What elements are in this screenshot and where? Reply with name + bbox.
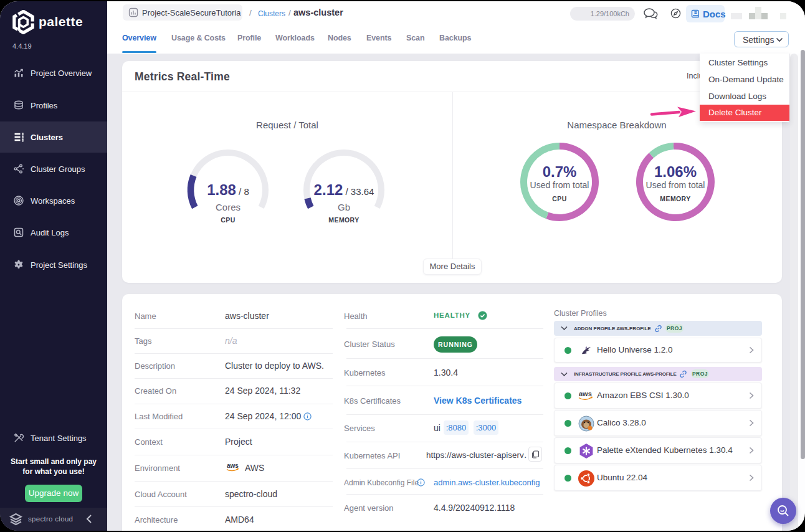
svg-text:aws: aws [579,390,592,397]
svg-text:aws: aws [227,462,239,469]
